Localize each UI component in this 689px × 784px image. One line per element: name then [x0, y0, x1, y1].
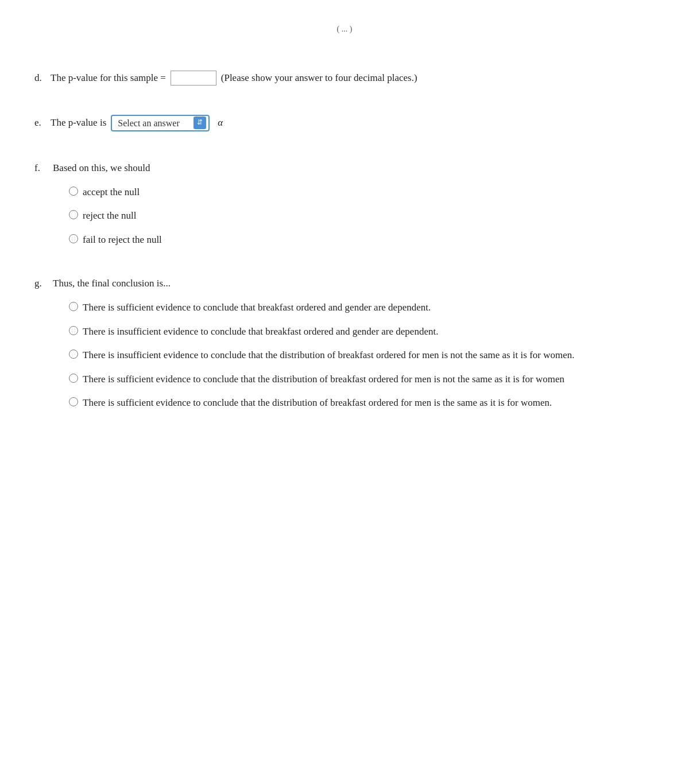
radio-f-accept-null-label[interactable]: accept the null	[83, 185, 140, 200]
alpha-symbol: α	[218, 115, 223, 130]
section-e-label: e.	[34, 115, 46, 130]
section-f-header: f. Based on this, we should	[34, 160, 655, 176]
p-value-input[interactable]	[171, 71, 216, 86]
section-e: e. The p-value is Select an answer less …	[34, 115, 655, 131]
radio-g-sufficient-distribution-not-same-label[interactable]: There is sufficient evidence to conclude…	[83, 372, 564, 387]
p-value-comparison-select[interactable]: Select an answer less than greater than …	[114, 117, 206, 129]
section-f: f. Based on this, we should accept the n…	[34, 160, 655, 247]
radio-g-insufficient-distribution-not-same-label[interactable]: There is insufficient evidence to conclu…	[83, 348, 575, 363]
section-g-header: g. Thus, the final conclusion is...	[34, 275, 655, 291]
section-e-text-before: The p-value is	[51, 115, 106, 130]
radio-option-g-2: There is insufficient evidence to conclu…	[69, 348, 655, 363]
section-d-label: d.	[34, 70, 46, 86]
radio-g-insufficient-distribution-not-same[interactable]	[69, 350, 78, 359]
select-wrapper[interactable]: Select an answer less than greater than …	[111, 115, 210, 131]
radio-g-insufficient-dependent-label[interactable]: There is insufficient evidence to conclu…	[83, 324, 438, 339]
radio-f-reject-null-label[interactable]: reject the null	[83, 208, 136, 223]
section-d-text-before: The p-value for this sample =	[51, 70, 166, 86]
radio-option-f-0: accept the null	[69, 185, 655, 200]
section-d-row: d. The p-value for this sample = (Please…	[34, 70, 655, 86]
section-g-label: g.	[34, 275, 46, 291]
section-f-label: f.	[34, 160, 46, 176]
radio-option-f-2: fail to reject the null	[69, 232, 655, 247]
stub-text: ( ... )	[337, 25, 353, 33]
radio-g-sufficient-dependent[interactable]	[69, 302, 78, 311]
radio-option-g-3: There is sufficient evidence to conclude…	[69, 372, 655, 387]
radio-g-sufficient-distribution-same-label[interactable]: There is sufficient evidence to conclude…	[83, 395, 552, 410]
section-g-text: Thus, the final conclusion is...	[53, 275, 171, 291]
top-stub: ( ... )	[34, 23, 655, 36]
radio-g-insufficient-dependent[interactable]	[69, 326, 78, 335]
radio-f-reject-null[interactable]	[69, 210, 78, 219]
section-g: g. Thus, the final conclusion is... Ther…	[34, 275, 655, 410]
section-e-row: e. The p-value is Select an answer less …	[34, 115, 655, 131]
radio-option-g-1: There is insufficient evidence to conclu…	[69, 324, 655, 339]
section-d-text-after: (Please show your answer to four decimal…	[221, 70, 417, 86]
radio-option-g-0: There is sufficient evidence to conclude…	[69, 300, 655, 315]
radio-g-sufficient-distribution-not-same[interactable]	[69, 374, 78, 383]
radio-f-accept-null[interactable]	[69, 187, 78, 196]
section-f-options: accept the null reject the null fail to …	[69, 185, 655, 247]
section-f-text: Based on this, we should	[53, 160, 150, 176]
radio-option-f-1: reject the null	[69, 208, 655, 223]
radio-f-fail-reject-null-label[interactable]: fail to reject the null	[83, 232, 162, 247]
section-g-options: There is sufficient evidence to conclude…	[69, 300, 655, 410]
section-d: d. The p-value for this sample = (Please…	[34, 70, 655, 86]
radio-f-fail-reject-null[interactable]	[69, 234, 78, 243]
radio-g-sufficient-distribution-same[interactable]	[69, 397, 78, 406]
radio-g-sufficient-dependent-label[interactable]: There is sufficient evidence to conclude…	[83, 300, 431, 315]
radio-option-g-4: There is sufficient evidence to conclude…	[69, 395, 655, 410]
